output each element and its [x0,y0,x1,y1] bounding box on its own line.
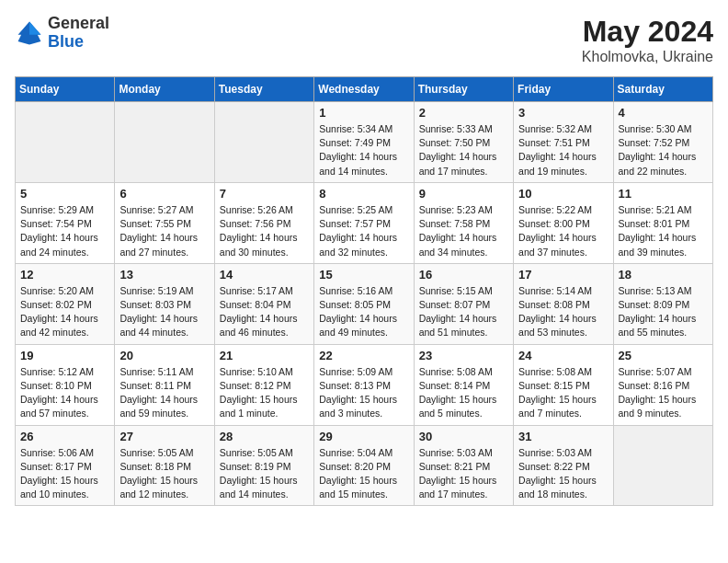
day-number: 9 [419,187,508,201]
day-number: 26 [20,430,109,443]
calendar-cell: 23Sunrise: 5:08 AM Sunset: 8:14 PM Dayli… [414,344,513,425]
calendar-cell: 1Sunrise: 5:34 AM Sunset: 7:49 PM Daylig… [314,102,414,183]
day-number: 4 [619,106,708,120]
day-number: 19 [20,349,109,362]
page-header: General Blue May 2024 Kholmovka, Ukraine [15,15,713,65]
week-row-5: 26Sunrise: 5:06 AM Sunset: 8:17 PM Dayli… [16,425,713,506]
calendar-cell: 9Sunrise: 5:23 AM Sunset: 7:58 PM Daylig… [414,182,513,263]
day-info: Sunrise: 5:29 AM Sunset: 7:54 PM Dayligh… [20,203,109,259]
day-number: 15 [319,268,408,282]
day-number: 12 [20,268,109,282]
day-info: Sunrise: 5:34 AM Sunset: 7:49 PM Dayligh… [319,122,408,178]
day-of-week-wednesday: Wednesday [314,77,414,102]
day-number: 6 [119,187,209,201]
logo-icon [15,18,44,48]
calendar-cell: 20Sunrise: 5:11 AM Sunset: 8:11 PM Dayli… [115,344,214,425]
svg-marker-1 [29,21,40,34]
day-number: 3 [518,106,608,120]
day-info: Sunrise: 5:14 AM Sunset: 8:08 PM Dayligh… [518,284,608,340]
day-info: Sunrise: 5:21 AM Sunset: 8:01 PM Dayligh… [619,203,708,259]
day-number: 30 [419,430,508,443]
day-number: 20 [119,349,209,362]
calendar-header: SundayMondayTuesdayWednesdayThursdayFrid… [16,77,713,102]
day-number: 29 [319,430,408,443]
day-info: Sunrise: 5:12 AM Sunset: 8:10 PM Dayligh… [20,365,109,421]
day-number: 31 [518,430,608,443]
calendar-cell [214,102,313,183]
day-number: 17 [518,268,608,282]
day-number: 11 [619,187,708,201]
logo-general-text: General [48,15,109,33]
calendar-body: 1Sunrise: 5:34 AM Sunset: 7:49 PM Daylig… [16,102,713,506]
calendar-cell: 29Sunrise: 5:04 AM Sunset: 8:20 PM Dayli… [314,425,414,506]
day-number: 8 [319,187,408,201]
day-info: Sunrise: 5:33 AM Sunset: 7:50 PM Dayligh… [419,122,508,178]
day-info: Sunrise: 5:32 AM Sunset: 7:51 PM Dayligh… [518,122,608,178]
day-number: 28 [220,430,309,443]
day-info: Sunrise: 5:08 AM Sunset: 8:14 PM Dayligh… [419,365,508,421]
calendar-cell: 31Sunrise: 5:03 AM Sunset: 8:22 PM Dayli… [514,425,613,506]
week-row-3: 12Sunrise: 5:20 AM Sunset: 8:02 PM Dayli… [16,263,713,344]
day-number: 13 [119,268,209,282]
week-row-4: 19Sunrise: 5:12 AM Sunset: 8:10 PM Dayli… [16,344,713,425]
day-info: Sunrise: 5:06 AM Sunset: 8:17 PM Dayligh… [20,446,109,502]
day-info: Sunrise: 5:22 AM Sunset: 8:00 PM Dayligh… [518,203,608,259]
day-number: 25 [619,349,708,362]
day-info: Sunrise: 5:19 AM Sunset: 8:03 PM Dayligh… [119,284,209,340]
day-number: 22 [319,349,408,362]
day-number: 2 [419,106,508,120]
header-row: SundayMondayTuesdayWednesdayThursdayFrid… [16,77,713,102]
calendar-cell: 12Sunrise: 5:20 AM Sunset: 8:02 PM Dayli… [16,263,115,344]
calendar-cell: 15Sunrise: 5:16 AM Sunset: 8:05 PM Dayli… [314,263,414,344]
calendar-cell: 21Sunrise: 5:10 AM Sunset: 8:12 PM Dayli… [214,344,313,425]
calendar-cell: 22Sunrise: 5:09 AM Sunset: 8:13 PM Dayli… [314,344,414,425]
calendar-cell: 25Sunrise: 5:07 AM Sunset: 8:16 PM Dayli… [613,344,712,425]
day-number: 27 [119,430,209,443]
calendar-cell: 3Sunrise: 5:32 AM Sunset: 7:51 PM Daylig… [514,102,613,183]
day-info: Sunrise: 5:17 AM Sunset: 8:04 PM Dayligh… [220,284,309,340]
logo-blue-text: Blue [48,33,109,52]
day-info: Sunrise: 5:16 AM Sunset: 8:05 PM Dayligh… [319,284,408,340]
day-of-week-thursday: Thursday [414,77,513,102]
day-info: Sunrise: 5:23 AM Sunset: 7:58 PM Dayligh… [419,203,508,259]
calendar-cell: 2Sunrise: 5:33 AM Sunset: 7:50 PM Daylig… [414,102,513,183]
day-of-week-saturday: Saturday [613,77,712,102]
calendar-cell: 11Sunrise: 5:21 AM Sunset: 8:01 PM Dayli… [613,182,712,263]
calendar-cell: 19Sunrise: 5:12 AM Sunset: 8:10 PM Dayli… [16,344,115,425]
day-of-week-sunday: Sunday [16,77,115,102]
calendar-cell: 4Sunrise: 5:30 AM Sunset: 7:52 PM Daylig… [613,102,712,183]
day-info: Sunrise: 5:27 AM Sunset: 7:55 PM Dayligh… [119,203,209,259]
day-info: Sunrise: 5:08 AM Sunset: 8:15 PM Dayligh… [518,365,608,421]
day-number: 5 [20,187,109,201]
calendar-cell: 27Sunrise: 5:05 AM Sunset: 8:18 PM Dayli… [115,425,214,506]
calendar-cell: 30Sunrise: 5:03 AM Sunset: 8:21 PM Dayli… [414,425,513,506]
calendar-cell: 16Sunrise: 5:15 AM Sunset: 8:07 PM Dayli… [414,263,513,344]
day-of-week-tuesday: Tuesday [214,77,313,102]
day-number: 21 [220,349,309,362]
day-number: 24 [518,349,608,362]
day-info: Sunrise: 5:04 AM Sunset: 8:20 PM Dayligh… [319,446,408,502]
calendar-cell: 17Sunrise: 5:14 AM Sunset: 8:08 PM Dayli… [514,263,613,344]
day-info: Sunrise: 5:11 AM Sunset: 8:11 PM Dayligh… [119,365,209,421]
calendar-cell: 5Sunrise: 5:29 AM Sunset: 7:54 PM Daylig… [16,182,115,263]
calendar-cell: 18Sunrise: 5:13 AM Sunset: 8:09 PM Dayli… [613,263,712,344]
calendar-cell: 28Sunrise: 5:05 AM Sunset: 8:19 PM Dayli… [214,425,313,506]
day-number: 23 [419,349,508,362]
day-info: Sunrise: 5:03 AM Sunset: 8:21 PM Dayligh… [419,446,508,502]
calendar-cell: 8Sunrise: 5:25 AM Sunset: 7:57 PM Daylig… [314,182,414,263]
day-number: 16 [419,268,508,282]
day-info: Sunrise: 5:25 AM Sunset: 7:57 PM Dayligh… [319,203,408,259]
day-number: 7 [220,187,309,201]
calendar-cell: 7Sunrise: 5:26 AM Sunset: 7:56 PM Daylig… [214,182,313,263]
day-of-week-friday: Friday [514,77,613,102]
month-year: May 2024 [582,15,713,49]
day-number: 14 [220,268,309,282]
day-number: 1 [319,106,408,120]
calendar-cell: 14Sunrise: 5:17 AM Sunset: 8:04 PM Dayli… [214,263,313,344]
calendar-cell: 26Sunrise: 5:06 AM Sunset: 8:17 PM Dayli… [16,425,115,506]
title-block: May 2024 Kholmovka, Ukraine [582,15,713,65]
calendar-cell [613,425,712,506]
location: Kholmovka, Ukraine [582,49,713,65]
calendar-cell: 10Sunrise: 5:22 AM Sunset: 8:00 PM Dayli… [514,182,613,263]
week-row-1: 1Sunrise: 5:34 AM Sunset: 7:49 PM Daylig… [16,102,713,183]
